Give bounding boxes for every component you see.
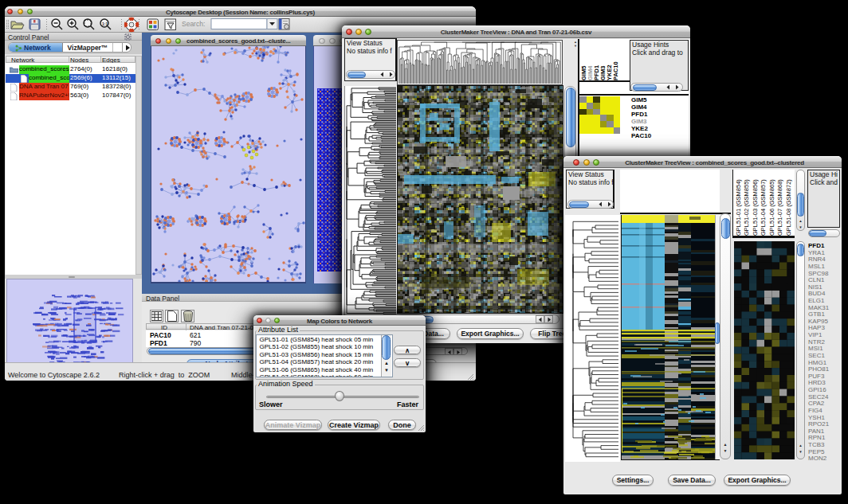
svg-text:Search:: Search: <box>182 20 205 28</box>
svg-text:1:1: 1:1 <box>102 21 108 26</box>
